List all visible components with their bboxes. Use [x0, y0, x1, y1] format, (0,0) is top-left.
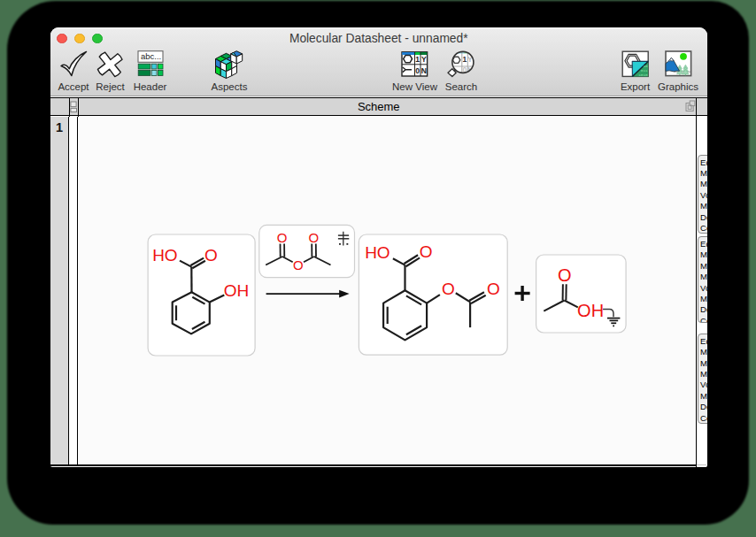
svg-text:HO: HO — [152, 246, 177, 265]
svg-text:O: O — [442, 280, 455, 298]
svg-text:O: O — [420, 242, 433, 261]
svg-text:HO: HO — [365, 242, 390, 261]
svg-text:O: O — [293, 257, 304, 272]
svg-text:O: O — [204, 246, 218, 265]
svg-text:O: O — [277, 230, 288, 245]
svg-text:1: 1 — [463, 55, 467, 64]
svg-text:OH: OH — [224, 280, 249, 299]
svg-text:N: N — [421, 66, 427, 75]
svg-text:O: O — [487, 280, 500, 298]
svg-text:OH: OH — [577, 301, 604, 320]
svg-text:1010: 1010 — [638, 73, 648, 77]
svg-text:O: O — [558, 265, 572, 285]
svg-text:abc...: abc... — [141, 51, 161, 61]
svg-text:0: 0 — [415, 66, 420, 75]
svg-text:O: O — [308, 230, 319, 245]
svg-text:Y: Y — [421, 55, 427, 64]
svg-text:1: 1 — [415, 55, 420, 64]
